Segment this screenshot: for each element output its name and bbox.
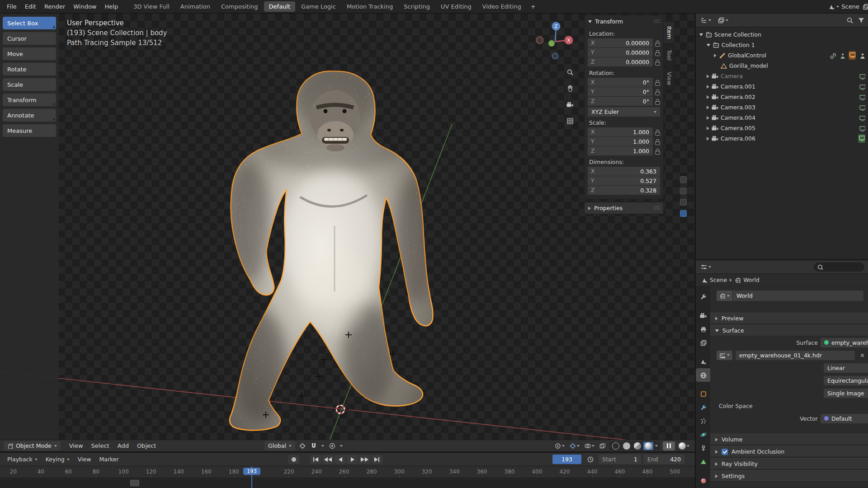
end-frame-field[interactable]: End 420: [644, 455, 684, 464]
properties-search-field[interactable]: [814, 263, 864, 272]
view-navigation-gizmo[interactable]: Z X: [536, 17, 575, 61]
tool-button[interactable]: Annotate: [3, 109, 56, 122]
tool-button[interactable]: Measure: [3, 124, 56, 137]
ambient-occlusion-panel-header[interactable]: Ambient Occlusion: [710, 446, 868, 457]
shading-rendered-button[interactable]: [643, 442, 653, 450]
lock-icon[interactable]: [654, 59, 660, 66]
volume-panel-header[interactable]: Volume: [710, 434, 868, 445]
constraints-tab-icon[interactable]: [696, 441, 710, 455]
timeline-menu-item[interactable]: Keying: [42, 454, 73, 465]
disclosure-triangle-icon[interactable]: [699, 33, 703, 36]
armature-data-icon[interactable]: [859, 52, 865, 59]
outliner-row-camera-001[interactable]: Camera.001: [696, 81, 868, 92]
scale-number-field[interactable]: Z 1.000: [588, 146, 653, 155]
timeline-ruler[interactable]: 2040608010012014016018022024026028030032…: [0, 466, 695, 478]
next-keyframe-button[interactable]: [359, 455, 370, 464]
render-tab-icon[interactable]: [696, 309, 710, 323]
region-widget-icon[interactable]: [680, 199, 687, 206]
xray-toggle[interactable]: [598, 441, 607, 450]
screen-icon[interactable]: [859, 125, 865, 131]
vector-field[interactable]: Default: [821, 414, 868, 423]
disclosure-triangle-icon[interactable]: [707, 44, 710, 47]
disclosure-triangle-icon[interactable]: [707, 116, 709, 120]
disclosure-triangle-icon[interactable]: [714, 54, 717, 57]
viewport-menu-item[interactable]: Select: [87, 441, 113, 451]
drag-grip-icon[interactable]: [654, 19, 660, 24]
disclosure-triangle-icon[interactable]: [707, 85, 709, 89]
timeline-menu-item[interactable]: Playback: [4, 454, 41, 465]
ambient-occlusion-checkbox[interactable]: [722, 449, 728, 455]
active-camera-pill[interactable]: [858, 134, 865, 143]
material-tab-icon[interactable]: [696, 474, 710, 487]
properties-subpanel-header[interactable]: Properties: [584, 202, 664, 214]
workspace-tab[interactable]: +: [527, 1, 539, 12]
disclosure-triangle-icon[interactable]: [707, 127, 709, 130]
transform-orientation-dropdown[interactable]: Global: [264, 441, 295, 450]
menu-item[interactable]: File: [3, 1, 21, 12]
menu-item[interactable]: Render: [40, 1, 69, 12]
workspace-tab[interactable]: Video Editing: [477, 1, 526, 12]
gorilla-model[interactable]: [224, 63, 441, 438]
tool-button[interactable]: Rotate: [3, 63, 56, 75]
shading-wireframe-button[interactable]: [611, 442, 621, 450]
outliner-row-camera-006[interactable]: Camera.006: [696, 133, 868, 144]
scale-number-field[interactable]: Y 1.000: [588, 137, 653, 146]
jump-to-end-button[interactable]: [371, 455, 382, 464]
camera-view-button[interactable]: [564, 99, 576, 110]
dimension-number-field[interactable]: Y 0.527: [588, 176, 660, 185]
proportional-falloff-dropdown[interactable]: [339, 444, 344, 448]
menu-item[interactable]: Window: [69, 1, 100, 12]
timeline-menu-item[interactable]: View: [74, 454, 95, 465]
outliner-row-camera-002[interactable]: Camera.002: [696, 92, 868, 102]
settings-panel-header[interactable]: Settings: [710, 470, 868, 482]
workspace-tab[interactable]: Motion Tracking: [342, 1, 398, 12]
preview-range-clock-icon[interactable]: [587, 456, 594, 463]
region-widget-icon-active[interactable]: [680, 210, 687, 217]
dimension-number-field[interactable]: X 0.363: [588, 167, 660, 176]
object-visibility-dropdown[interactable]: [553, 441, 566, 450]
snap-toggle-button[interactable]: [309, 441, 318, 450]
outliner-row-globalcontrol[interactable]: GlobalControl: [696, 50, 868, 61]
particles-tab-icon[interactable]: [696, 414, 710, 428]
outliner-row-gorilla-model[interactable]: Gorilla_model: [696, 61, 868, 71]
tool-tab-icon[interactable]: [696, 290, 710, 304]
3d-cursor[interactable]: [332, 401, 349, 418]
drag-grip-icon[interactable]: [654, 206, 660, 211]
region-widget-icon[interactable]: [680, 176, 687, 183]
menu-item[interactable]: Help: [101, 1, 123, 12]
workspace-tab[interactable]: Compositing: [216, 1, 263, 12]
filter-icon[interactable]: [858, 17, 864, 23]
lock-icon[interactable]: [654, 129, 660, 136]
region-widget-icon[interactable]: [680, 188, 687, 194]
outliner-row-camera-005[interactable]: Camera.005: [696, 123, 868, 133]
menu-item[interactable]: Edit: [21, 1, 40, 12]
disclosure-triangle-icon[interactable]: [707, 106, 709, 109]
lock-icon[interactable]: [654, 148, 660, 155]
axis-x-negative-ball[interactable]: [537, 37, 543, 44]
current-frame-field[interactable]: 193: [552, 455, 581, 464]
gizmos-dropdown[interactable]: [568, 441, 580, 450]
previous-keyframe-button[interactable]: [322, 455, 334, 464]
workspace-tab[interactable]: UV Editing: [436, 1, 476, 12]
world-browse-button[interactable]: [717, 291, 732, 301]
lock-icon[interactable]: [654, 98, 660, 105]
disclosure-triangle-icon[interactable]: [707, 137, 709, 141]
physics-tab-icon[interactable]: [696, 428, 710, 441]
shading-solid-button[interactable]: [622, 442, 632, 450]
viewport-menu-item[interactable]: Add: [113, 441, 133, 451]
orthographic-toggle-button[interactable]: [564, 115, 576, 127]
editor-type-dropdown[interactable]: [699, 16, 712, 24]
screen-icon[interactable]: [859, 115, 865, 121]
sidebar-tab[interactable]: Tool: [664, 45, 675, 66]
lock-icon[interactable]: [654, 79, 660, 86]
axis-y-ball[interactable]: [548, 40, 555, 47]
unlink-icon[interactable]: [859, 352, 865, 358]
workspace-tab[interactable]: Game Logic: [296, 1, 341, 12]
surface-panel-header[interactable]: Surface: [710, 325, 868, 336]
axis-z-negative-ball[interactable]: [552, 53, 558, 59]
snap-settings-dropdown[interactable]: [321, 444, 325, 448]
breadcrumb-scene[interactable]: Scene: [710, 277, 727, 283]
pose-mode-icon[interactable]: [839, 52, 845, 59]
auto-keying-button[interactable]: [288, 455, 299, 464]
pause-render-button[interactable]: [663, 441, 675, 450]
